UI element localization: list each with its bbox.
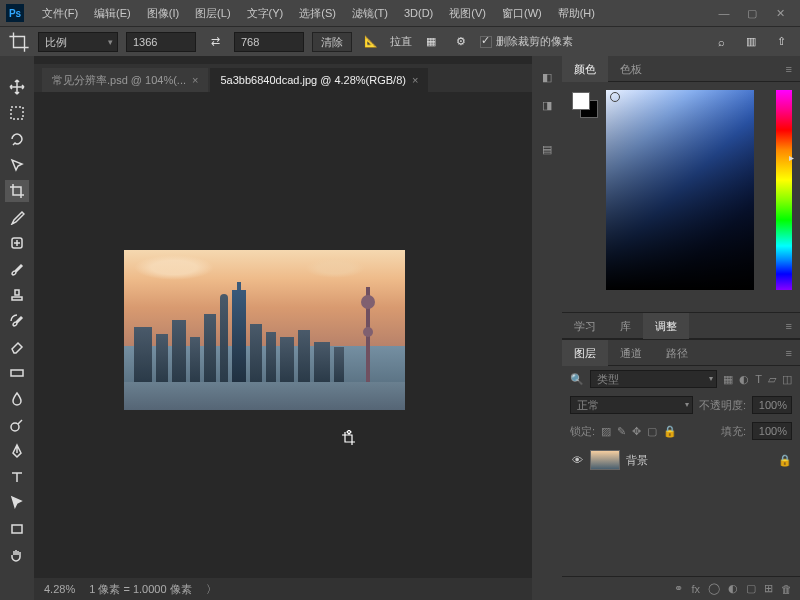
marquee-tool[interactable] [5, 102, 29, 124]
document-tab[interactable]: 常见分辨率.psd @ 104%(...× [42, 68, 208, 92]
maximize-button[interactable]: ▢ [738, 7, 766, 20]
delete-cropped-checkbox[interactable]: 删除裁剪的像素 [480, 34, 573, 49]
menu-file[interactable]: 文件(F) [34, 0, 86, 26]
panel-menu-icon[interactable]: ≡ [778, 63, 800, 75]
layer-mask-icon[interactable]: ◯ [708, 582, 720, 595]
zoom-level[interactable]: 4.28% [44, 583, 75, 595]
menu-window[interactable]: 窗口(W) [494, 0, 550, 26]
color-field[interactable] [606, 90, 754, 290]
minimize-button[interactable]: — [710, 7, 738, 19]
panel-icon[interactable]: ◨ [536, 94, 558, 116]
menu-edit[interactable]: 编辑(E) [86, 0, 139, 26]
tab-paths[interactable]: 路径 [654, 340, 700, 366]
move-tool[interactable] [5, 76, 29, 98]
menu-filter[interactable]: 滤镜(T) [344, 0, 396, 26]
status-expand-icon[interactable]: 〉 [206, 582, 217, 597]
eyedropper-tool[interactable] [5, 206, 29, 228]
eraser-tool[interactable] [5, 336, 29, 358]
close-button[interactable]: ✕ [766, 7, 794, 20]
healing-tool[interactable] [5, 232, 29, 254]
overlay-grid-icon[interactable]: ▦ [420, 31, 442, 53]
tab-swatches[interactable]: 色板 [608, 56, 654, 82]
crop-tool-icon[interactable] [8, 31, 30, 53]
layer-thumbnail[interactable] [590, 450, 620, 470]
filter-smart-icon[interactable]: ◫ [782, 373, 792, 386]
swap-dimensions-icon[interactable]: ⇄ [204, 31, 226, 53]
layer-panel-tabs: 图层 通道 路径 ≡ [562, 340, 800, 366]
crop-tool[interactable] [5, 180, 29, 202]
svg-rect-2 [11, 370, 23, 376]
dodge-tool[interactable] [5, 414, 29, 436]
link-layers-icon[interactable]: ⚭ [674, 582, 683, 595]
gradient-tool[interactable] [5, 362, 29, 384]
lock-all-icon[interactable]: 🔒 [663, 425, 677, 438]
menu-3d[interactable]: 3D(D) [396, 0, 441, 26]
lock-position-icon[interactable]: ✥ [632, 425, 641, 438]
workspace-icon[interactable]: ▥ [740, 31, 762, 53]
group-icon[interactable]: ▢ [746, 582, 756, 595]
tab-libraries[interactable]: 库 [608, 313, 643, 339]
menu-type[interactable]: 文字(Y) [239, 0, 292, 26]
share-icon[interactable]: ⇧ [770, 31, 792, 53]
layer-filter-select[interactable]: 类型 [590, 370, 717, 388]
clear-button[interactable]: 清除 [312, 32, 352, 52]
tab-adjustments[interactable]: 调整 [643, 313, 689, 339]
lock-pixels-icon[interactable]: ▨ [601, 425, 611, 438]
brush-tool[interactable] [5, 258, 29, 280]
lock-paint-icon[interactable]: ✎ [617, 425, 626, 438]
foreground-color[interactable] [572, 92, 590, 110]
fill-input[interactable]: 100% [752, 422, 792, 440]
pen-tool[interactable] [5, 440, 29, 462]
path-select-tool[interactable] [5, 492, 29, 514]
blend-mode-select[interactable]: 正常 [570, 396, 693, 414]
hand-tool[interactable] [5, 544, 29, 566]
stamp-tool[interactable] [5, 284, 29, 306]
tab-layers[interactable]: 图层 [562, 340, 608, 366]
delete-layer-icon[interactable]: 🗑 [781, 583, 792, 595]
layer-fx-icon[interactable]: fx [691, 583, 700, 595]
canvas[interactable] [34, 92, 532, 578]
lock-artboard-icon[interactable]: ▢ [647, 425, 657, 438]
type-tool[interactable] [5, 466, 29, 488]
quick-select-tool[interactable] [5, 154, 29, 176]
menu-image[interactable]: 图像(I) [139, 0, 187, 26]
blur-tool[interactable] [5, 388, 29, 410]
crop-height-input[interactable]: 768 [234, 32, 304, 52]
menu-help[interactable]: 帮助(H) [550, 0, 603, 26]
panel-menu-icon[interactable]: ≡ [778, 320, 800, 332]
panel-icon[interactable]: ▤ [536, 138, 558, 160]
filter-type-icon[interactable]: T [755, 373, 762, 385]
menu-select[interactable]: 选择(S) [291, 0, 344, 26]
close-tab-icon[interactable]: × [192, 74, 198, 86]
crop-width-input[interactable]: 1366 [126, 32, 196, 52]
search-icon[interactable]: ⌕ [710, 31, 732, 53]
panel-icon[interactable]: ◧ [536, 66, 558, 88]
crop-settings-icon[interactable]: ⚙ [450, 31, 472, 53]
opacity-input[interactable]: 100% [752, 396, 792, 414]
close-tab-icon[interactable]: × [412, 74, 418, 86]
document-tab[interactable]: 5a3bb6840dcad.jpg @ 4.28%(RGB/8)× [210, 68, 428, 92]
menu-view[interactable]: 视图(V) [441, 0, 494, 26]
tab-color[interactable]: 颜色 [562, 56, 608, 82]
ratio-preset-select[interactable]: 比例 [38, 32, 118, 52]
lasso-tool[interactable] [5, 128, 29, 150]
visibility-toggle-icon[interactable]: 👁 [570, 454, 584, 466]
panel-menu-icon[interactable]: ≡ [778, 347, 800, 359]
rectangle-tool[interactable] [5, 518, 29, 540]
tab-channels[interactable]: 通道 [608, 340, 654, 366]
filter-image-icon[interactable]: ▦ [723, 373, 733, 386]
filter-shape-icon[interactable]: ▱ [768, 373, 776, 386]
tab-learn[interactable]: 学习 [562, 313, 608, 339]
new-layer-icon[interactable]: ⊞ [764, 582, 773, 595]
app-logo: Ps [6, 4, 24, 22]
history-brush-tool[interactable] [5, 310, 29, 332]
layer-name[interactable]: 背景 [626, 453, 648, 468]
tools-panel [0, 56, 34, 600]
layer-row[interactable]: 👁 背景 🔒 [570, 448, 792, 472]
menu-layer[interactable]: 图层(L) [187, 0, 238, 26]
filter-adjust-icon[interactable]: ◐ [739, 373, 749, 386]
hue-slider[interactable] [776, 90, 792, 290]
adjustment-layer-icon[interactable]: ◐ [728, 582, 738, 595]
color-picker[interactable] [562, 82, 800, 312]
straighten-icon[interactable]: 📐 [360, 31, 382, 53]
